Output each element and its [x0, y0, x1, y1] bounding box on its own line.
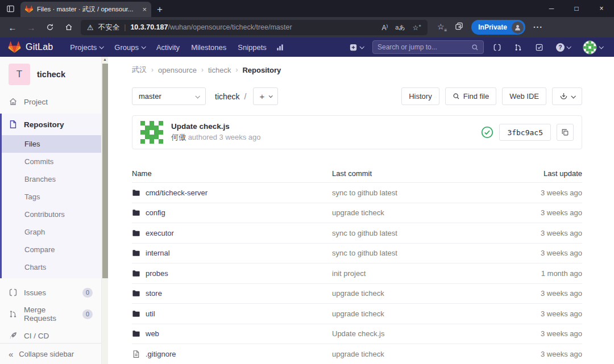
sidebar-subitem-branches[interactable]: Branches — [2, 170, 101, 188]
history-button[interactable]: History — [401, 87, 439, 105]
minimize-button[interactable]: ─ — [539, 0, 564, 17]
sidebar-scrollbar[interactable]: ▲ — [101, 57, 108, 364]
gitlab-navbar-right: ? — [346, 40, 606, 55]
new-tab-button[interactable]: + — [151, 2, 168, 17]
branch-selector[interactable]: master — [132, 87, 206, 105]
table-row: cmd/ticheck-server sync to github latest… — [132, 183, 582, 203]
new-menu-button[interactable] — [346, 43, 367, 52]
copy-sha-button[interactable] — [557, 124, 574, 141]
commit-author-link[interactable]: 何傲 — [171, 133, 186, 141]
search-input[interactable] — [377, 43, 471, 51]
sidebar-subitem-commits[interactable]: Commits — [2, 153, 101, 170]
last-update-text: 1 month ago — [497, 269, 582, 278]
file-name-link[interactable]: executor — [132, 229, 332, 237]
collections-icon[interactable] — [455, 22, 463, 32]
file-name-link[interactable]: cmd/ticheck-server — [132, 189, 332, 197]
scrollbar-up-arrow[interactable]: ▲ — [102, 57, 108, 61]
tab-close-icon[interactable]: × — [142, 6, 147, 13]
close-button[interactable]: × — [589, 0, 614, 17]
commit-message-link[interactable]: upgrade ticheck — [332, 350, 497, 358]
gitlab-logo-icon[interactable] — [8, 41, 21, 53]
file-name-link[interactable]: internal — [132, 249, 332, 257]
commit-message-link[interactable]: init project — [332, 269, 497, 278]
file-name-link[interactable]: util — [132, 309, 332, 318]
forward-button[interactable]: → — [24, 20, 38, 35]
sidebar-subitem-compare[interactable]: Compare — [2, 241, 101, 258]
chevron-down-icon — [566, 44, 571, 49]
sidebar-item-project[interactable]: Project — [0, 91, 101, 112]
nav-activity[interactable]: Activity — [151, 37, 185, 57]
sidebar-subitem-contributors[interactable]: Contributors — [2, 206, 101, 223]
help-menu-button[interactable]: ? — [553, 43, 574, 52]
user-menu-button[interactable] — [579, 40, 606, 55]
commit-author-avatar[interactable] — [140, 121, 163, 144]
commit-meta: 何傲 authored 3 weeks ago — [171, 132, 261, 143]
document-icon — [9, 120, 18, 129]
sidebar-item-repository[interactable]: Repository — [2, 114, 101, 135]
download-button[interactable] — [552, 87, 582, 105]
address-bar[interactable]: ⚠ 不安全 | 10.3.70.187/wuhan/opensource/tic… — [81, 20, 428, 35]
nav-snippets[interactable]: Snippets — [232, 37, 272, 57]
inprivate-badge[interactable]: InPrivate — [471, 20, 525, 35]
nav-projects[interactable]: Projects — [64, 37, 109, 57]
repo-root-link[interactable]: ticheck — [215, 92, 240, 101]
back-button[interactable]: ← — [6, 20, 19, 35]
nav-groups[interactable]: Groups — [109, 37, 151, 57]
last-update-text: 3 weeks ago — [497, 229, 582, 237]
breadcrumb-subgroup[interactable]: opensource — [158, 66, 197, 74]
gitlab-brand[interactable]: GitLab — [26, 42, 53, 52]
sidebar-subitem-charts[interactable]: Charts — [2, 258, 101, 276]
commit-message-link[interactable]: upgrade ticheck — [332, 208, 497, 217]
nav-milestones[interactable]: Milestones — [185, 37, 232, 57]
file-name-link[interactable]: probes — [132, 269, 332, 278]
commit-message-link[interactable]: sync to github latest — [332, 229, 497, 237]
translate-icon[interactable]: aあ — [395, 23, 405, 32]
breadcrumb-group[interactable]: 武汉 — [132, 65, 147, 75]
sidebar-subitem-tags[interactable]: Tags — [2, 188, 101, 206]
home-button[interactable] — [62, 20, 76, 35]
issues-nav-icon[interactable] — [489, 43, 505, 52]
breadcrumb: 武汉 › opensource › ticheck › Repository — [132, 65, 582, 75]
address-divider: | — [124, 23, 126, 31]
commit-message-link[interactable]: sync to github latest — [332, 189, 497, 197]
refresh-button[interactable] — [43, 20, 57, 35]
search-box[interactable] — [372, 40, 484, 54]
analytics-chart-icon[interactable] — [272, 43, 288, 52]
todos-nav-icon[interactable] — [532, 43, 547, 52]
commit-message-link[interactable]: upgrade ticheck — [332, 309, 497, 318]
file-name-link[interactable]: config — [132, 208, 332, 217]
project-header[interactable]: T ticheck — [0, 57, 101, 91]
sidebar-subitem-files[interactable]: Files — [2, 135, 101, 153]
tab-actions-button[interactable] — [0, 0, 20, 17]
commit-sha-button[interactable]: 3fbc9ac5 — [499, 124, 551, 141]
sidebar-item-merge-requests[interactable]: Merge Requests 0 — [0, 303, 101, 325]
file-name-link[interactable]: .gitignore — [132, 350, 332, 358]
collapse-sidebar-button[interactable]: « Collapse sidebar — [0, 343, 101, 364]
favorites-bar-icon[interactable]: ☆≡ — [437, 22, 447, 33]
file-name-link[interactable]: store — [132, 289, 332, 298]
folder-icon — [132, 189, 140, 197]
browser-tab[interactable]: Files · master · 武汉 / opensour... × — [20, 2, 151, 17]
merge-requests-nav-icon[interactable] — [511, 43, 526, 52]
repo-controls: master ticheck/ + History Find file Web … — [132, 87, 582, 105]
commit-message-link[interactable]: sync to github latest — [332, 249, 497, 257]
breadcrumb-project[interactable]: ticheck — [208, 66, 231, 74]
find-file-button[interactable]: Find file — [445, 87, 497, 105]
commit-title-link[interactable]: Update check.js — [171, 122, 261, 131]
commit-message-link[interactable]: upgrade ticheck — [332, 289, 497, 298]
scrollbar-thumb[interactable] — [102, 64, 108, 278]
copy-icon — [561, 128, 569, 136]
sidebar-subitem-graph[interactable]: Graph — [2, 223, 101, 241]
pipeline-passed-icon[interactable] — [481, 126, 493, 139]
file-name-link[interactable]: web — [132, 329, 332, 338]
read-aloud-icon[interactable]: A) — [381, 23, 388, 32]
sidebar-item-issues[interactable]: Issues 0 — [0, 282, 101, 303]
add-favorite-icon[interactable]: ☆+ — [413, 23, 421, 32]
tab-title: Files · master · 武汉 / opensour... — [37, 5, 138, 14]
add-file-button[interactable]: + — [253, 87, 278, 105]
web-ide-button[interactable]: Web IDE — [502, 87, 546, 105]
commit-message-link[interactable]: Update check.js — [332, 329, 497, 338]
browser-menu-icon[interactable]: ··· — [533, 23, 543, 32]
table-row: probes init project 1 month ago — [132, 263, 582, 284]
maximize-button[interactable]: □ — [564, 0, 589, 17]
